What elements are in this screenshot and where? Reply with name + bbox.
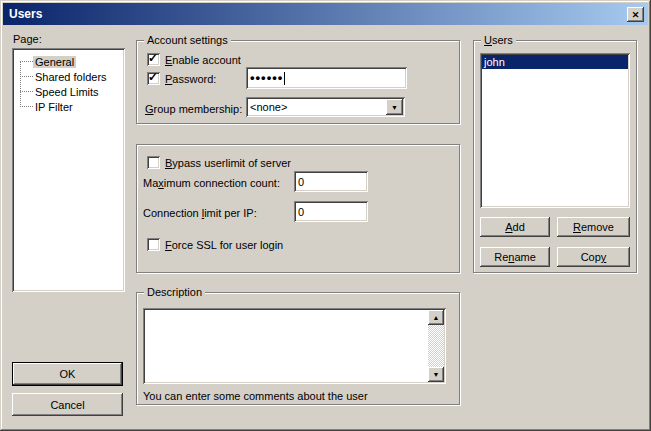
description-textarea[interactable]: ▲ ▼ xyxy=(143,308,446,384)
force-ssl-checkbox[interactable] xyxy=(147,238,160,251)
users-group: Users john Add Remove Rename Copy xyxy=(473,40,637,273)
remove-user-button[interactable]: Remove xyxy=(557,217,630,237)
scroll-down-icon: ▼ xyxy=(433,371,440,378)
account-settings-group: Account settings ✓ Enable account ✓ Pass… xyxy=(136,40,460,124)
users-dialog: Users ✕ Page: General Shared folders Spe… xyxy=(0,0,651,431)
page-tree[interactable]: General Shared folders Speed Limits IP F… xyxy=(12,48,125,292)
force-ssl-label[interactable]: Force SSL for user login xyxy=(165,239,283,252)
tree-item-ip-filter[interactable]: IP Filter xyxy=(20,99,122,114)
description-group: Description ▲ ▼ You can enter some comme… xyxy=(136,292,460,405)
password-label[interactable]: Password: xyxy=(165,73,216,86)
dropdown-button[interactable]: ▼ xyxy=(386,99,403,115)
chevron-down-icon: ▼ xyxy=(391,104,398,111)
connection-limit-per-ip-label: Connection limit per IP: xyxy=(143,207,257,220)
password-input[interactable]: •••••• xyxy=(246,67,407,89)
max-connection-count-input[interactable]: 0 xyxy=(294,171,368,192)
group-membership-label: Group membership: xyxy=(145,103,242,116)
description-group-title: Description xyxy=(144,285,205,299)
enable-account-label[interactable]: Enable account xyxy=(165,54,241,67)
text-caret xyxy=(284,72,285,85)
window-title: Users xyxy=(9,7,42,21)
close-button[interactable]: ✕ xyxy=(627,7,644,22)
tree-item-speed-limits[interactable]: Speed Limits xyxy=(20,84,122,99)
password-checkbox[interactable]: ✓ xyxy=(147,72,160,85)
tree-item-shared-folders[interactable]: Shared folders xyxy=(20,69,122,84)
add-user-button[interactable]: Add xyxy=(480,217,550,237)
users-group-title: Users xyxy=(481,33,516,47)
checkmark-icon: ✓ xyxy=(148,51,158,65)
bypass-userlimit-label[interactable]: Bypass userlimit of server xyxy=(165,157,291,170)
connection-limit-per-ip-input[interactable]: 0 xyxy=(294,201,368,222)
close-icon: ✕ xyxy=(632,10,640,20)
scroll-up-button[interactable]: ▲ xyxy=(428,310,444,325)
enable-account-checkbox[interactable]: ✓ xyxy=(147,53,160,66)
checkmark-icon: ✓ xyxy=(148,70,158,84)
tree-item-general[interactable]: General xyxy=(20,54,122,69)
users-listbox[interactable]: john xyxy=(480,53,630,208)
connection-limits-group: Bypass userlimit of server Maximum conne… xyxy=(136,144,460,273)
ok-button[interactable]: OK xyxy=(12,362,123,386)
account-settings-group-title: Account settings xyxy=(144,33,231,47)
page-label: Page: xyxy=(13,33,42,46)
cancel-button[interactable]: Cancel xyxy=(12,393,123,416)
scroll-down-button[interactable]: ▼ xyxy=(428,367,444,382)
description-hint: You can enter some comments about the us… xyxy=(143,390,368,403)
title-bar[interactable]: Users ✕ xyxy=(3,3,648,25)
group-membership-dropdown[interactable]: <none> ▼ xyxy=(246,97,405,117)
user-list-item-john[interactable]: john xyxy=(482,55,628,69)
rename-user-button[interactable]: Rename xyxy=(480,247,550,267)
max-connection-count-label: Maximum connection count: xyxy=(143,177,280,190)
description-scrollbar[interactable]: ▲ ▼ xyxy=(428,310,444,382)
copy-user-button[interactable]: Copy xyxy=(557,247,630,267)
bypass-userlimit-checkbox[interactable] xyxy=(147,156,160,169)
scroll-up-icon: ▲ xyxy=(433,314,440,321)
